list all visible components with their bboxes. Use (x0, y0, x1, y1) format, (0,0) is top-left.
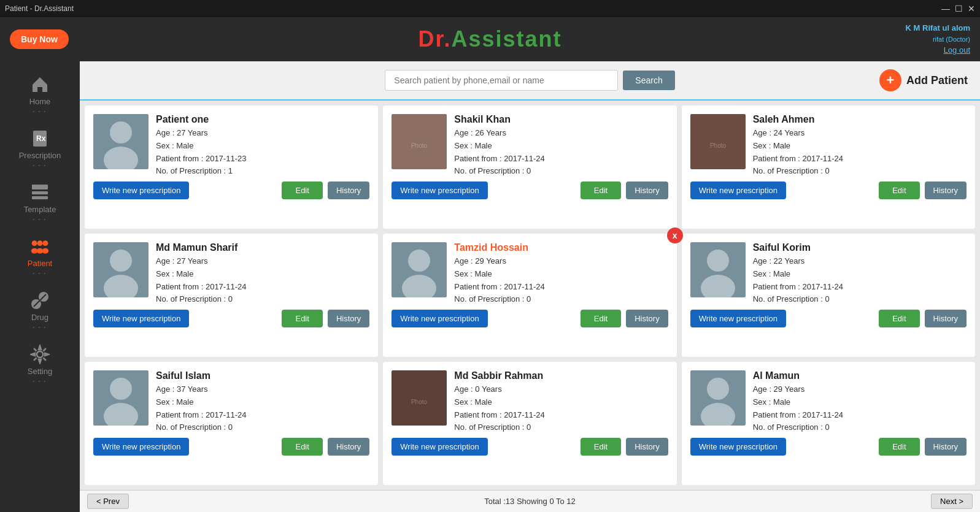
svg-rect-20 (690, 114, 746, 169)
patient-avatar (690, 370, 746, 426)
logout-button[interactable]: Log out (906, 44, 970, 56)
edit-button[interactable]: Edit (282, 438, 322, 456)
next-button[interactable]: Next > (931, 494, 973, 509)
main-layout: Home • • • Rx Prescription • • • Templat… (0, 61, 980, 512)
patient-avatar: Photo (392, 114, 447, 169)
maximize-button[interactable]: ☐ (955, 4, 963, 13)
write-prescription-button[interactable]: Write new prescription (93, 310, 189, 327)
home-icon (30, 75, 50, 94)
patient-detail: Sex : Male (753, 140, 966, 153)
svg-text:Photo: Photo (411, 399, 428, 405)
patient-card-top: Photo Md Sabbir RahmanAge : 0 YearsSex :… (392, 370, 668, 434)
search-input[interactable] (385, 70, 618, 91)
patient-detail: Sex : Male (156, 396, 369, 409)
edit-button[interactable]: Edit (879, 310, 919, 327)
svg-point-37 (707, 378, 729, 400)
svg-point-26 (408, 250, 430, 272)
edit-button[interactable]: Edit (581, 438, 621, 456)
patient-detail: Sex : Male (156, 140, 369, 153)
window-controls: — ☐ ✕ (941, 4, 975, 13)
patient-detail: Patient from : 2017-11-24 (156, 409, 369, 422)
write-prescription-button[interactable]: Write new prescription (690, 181, 786, 199)
patient-detail: Age : 22 Years (753, 255, 966, 268)
edit-button[interactable]: Edit (282, 181, 322, 199)
patient-card-top: Saiful IslamAge : 37 YearsSex : MalePati… (93, 370, 369, 434)
patient-avatar (93, 370, 149, 426)
patient-card: Md Mamun SharifAge : 27 YearsSex : MaleP… (85, 234, 378, 357)
patient-actions: Write new prescriptionEditHistory (392, 438, 668, 456)
sidebar-item-template[interactable]: Template • • • (0, 175, 80, 229)
sidebar: Home • • • Rx Prescription • • • Templat… (0, 61, 80, 512)
patient-card-top: Photo Saleh AhmenAge : 24 YearsSex : Mal… (690, 114, 966, 178)
sidebar-dots-home: • • • (33, 109, 47, 114)
history-button[interactable]: History (328, 181, 369, 199)
patient-detail: No. of Prescription : 0 (454, 421, 668, 434)
history-button[interactable]: History (626, 310, 668, 327)
patient-name: Patient one (156, 114, 369, 125)
patient-name: Saiful Islam (156, 370, 369, 381)
sidebar-item-drug[interactable]: Drug • • • (0, 283, 80, 337)
sidebar-item-home[interactable]: Home • • • (0, 67, 80, 121)
history-button[interactable]: History (626, 181, 668, 199)
title-bar: Patient - Dr.Assistant — ☐ ✕ (0, 0, 980, 17)
app-logo: Dr.Assistant (418, 26, 561, 52)
edit-button[interactable]: Edit (282, 310, 322, 327)
patient-card: Saiful KorimAge : 22 YearsSex : MalePati… (682, 234, 975, 357)
close-button[interactable]: ✕ (968, 4, 975, 13)
sidebar-dots-drug: • • • (33, 324, 47, 330)
patient-actions: Write new prescriptionEditHistory (690, 181, 966, 199)
patient-detail: Age : 27 Years (156, 255, 369, 268)
sidebar-item-patient[interactable]: Patient • • • (0, 229, 80, 283)
patient-detail: Age : 0 Years (454, 383, 668, 396)
svg-point-29 (707, 250, 729, 272)
svg-rect-18 (392, 114, 447, 169)
patient-info: Al MamunAge : 29 YearsSex : MalePatient … (753, 370, 966, 434)
patient-detail: Sex : Male (454, 396, 668, 409)
history-button[interactable]: History (328, 438, 369, 456)
write-prescription-button[interactable]: Write new prescription (690, 310, 786, 327)
patient-detail: No. of Prescription : 0 (454, 165, 668, 178)
patient-info: Md Mamun SharifAge : 27 YearsSex : MaleP… (156, 242, 369, 306)
patient-info: Saiful KorimAge : 22 YearsSex : MalePati… (753, 242, 966, 306)
edit-button[interactable]: Edit (879, 181, 919, 199)
edit-button[interactable]: Edit (581, 181, 621, 199)
patient-name: Saleh Ahmen (753, 114, 966, 125)
history-button[interactable]: History (925, 181, 966, 199)
write-prescription-button[interactable]: Write new prescription (392, 310, 487, 327)
write-prescription-button[interactable]: Write new prescription (392, 181, 487, 199)
history-button[interactable]: History (328, 310, 369, 327)
patient-name: Tamzid Hossain (454, 242, 668, 253)
history-button[interactable]: History (925, 310, 966, 327)
patient-detail: No. of Prescription : 0 (454, 293, 668, 306)
write-prescription-button[interactable]: Write new prescription (93, 438, 189, 456)
write-prescription-button[interactable]: Write new prescription (392, 438, 487, 456)
patient-detail: No. of Prescription : 0 (156, 293, 369, 306)
history-button[interactable]: History (626, 438, 668, 456)
search-button[interactable]: Search (623, 71, 674, 90)
edit-button[interactable]: Edit (879, 438, 919, 456)
patient-detail: Sex : Male (454, 140, 668, 153)
add-patient-button[interactable]: + Add Patient (879, 69, 968, 91)
app-title: Patient - Dr.Assistant (5, 4, 74, 13)
close-badge[interactable]: x (667, 227, 683, 243)
patient-card: Photo Saleh AhmenAge : 24 YearsSex : Mal… (682, 105, 975, 229)
patient-card: Patient oneAge : 27 YearsSex : MalePatie… (85, 105, 378, 229)
sidebar-item-prescription[interactable]: Rx Prescription • • • (0, 121, 80, 175)
patient-card-top: Photo Shakil KhanAge : 26 YearsSex : Mal… (392, 114, 668, 178)
patient-name: Al Mamun (753, 370, 966, 381)
minimize-button[interactable]: — (941, 4, 950, 13)
history-button[interactable]: History (925, 438, 966, 456)
svg-rect-4 (32, 196, 48, 199)
svg-rect-2 (32, 185, 48, 189)
user-role: rifat (Doctor) (906, 34, 970, 45)
patient-detail: Age : 24 Years (753, 127, 966, 140)
patient-info: Tamzid HossainAge : 29 YearsSex : MalePa… (454, 242, 668, 306)
buy-now-button[interactable]: Buy Now (10, 29, 69, 49)
edit-button[interactable]: Edit (581, 310, 621, 327)
prev-button[interactable]: < Prev (87, 494, 129, 509)
sidebar-item-setting[interactable]: Setting • • • (0, 337, 80, 391)
write-prescription-button[interactable]: Write new prescription (690, 438, 786, 456)
write-prescription-button[interactable]: Write new prescription (93, 181, 189, 199)
footer: < Prev Total :13 Showing 0 To 12 Next > (80, 490, 980, 512)
setting-icon (30, 345, 50, 364)
